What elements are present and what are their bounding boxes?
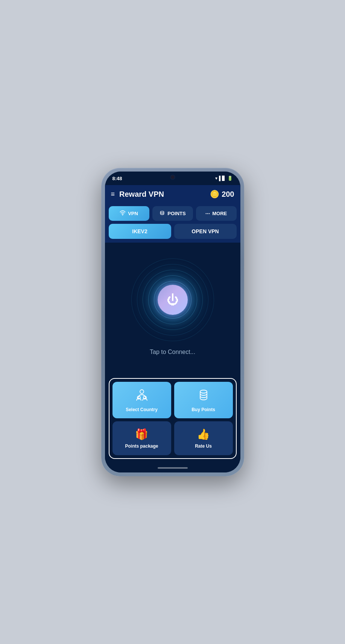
power-button[interactable]: ⏻ [158, 285, 188, 315]
tab-vpn[interactable]: VPN [109, 206, 149, 221]
select-country-label: Select Country [126, 407, 158, 412]
coin-icon: 🪙 [210, 190, 219, 199]
tab-vpn-label: VPN [128, 211, 138, 216]
svg-point-0 [122, 215, 123, 215]
bottom-grid-container: Select Country [105, 375, 240, 463]
select-country-button[interactable]: Select Country [112, 382, 171, 418]
svg-point-1 [161, 211, 164, 213]
app-title: Reward VPN [119, 190, 164, 199]
status-time: 8:48 [112, 176, 122, 181]
rate-us-button[interactable]: 👍 Rate Us [174, 421, 233, 455]
gift-icon: 🎁 [135, 428, 148, 440]
coins-tab-icon [159, 210, 165, 217]
rate-us-label: Rate Us [195, 444, 212, 449]
phone-frame: 8:48 ▾ ▌▊ 🔋 ≡ Reward VPN 🪙 200 [101, 168, 244, 476]
buy-points-label: Buy Points [191, 407, 215, 412]
svg-point-5 [200, 390, 207, 393]
tab-bar: VPN POINTS ··· MORE [105, 203, 240, 224]
protocol-bar: IKEV2 OPEN VPN [105, 224, 240, 243]
bottom-grid-border: Select Country [109, 378, 237, 459]
thumbsup-icon: 👍 [197, 428, 210, 440]
tab-more[interactable]: ··· MORE [196, 206, 237, 221]
openvpn-label: OPEN VPN [191, 228, 219, 234]
points-display: 🪙 200 [210, 190, 234, 199]
buy-points-button[interactable]: Buy Points [174, 382, 233, 418]
status-icons: ▾ ▌▊ 🔋 [215, 176, 233, 181]
vpn-main-area: ⏻ Tap to Connect... [105, 243, 240, 375]
tab-points-label: POINTS [167, 211, 185, 216]
wifi-status-icon: ▾ [215, 176, 217, 181]
menu-icon[interactable]: ≡ [111, 190, 115, 198]
power-symbol: ⏻ [167, 294, 179, 306]
phone-screen: 8:48 ▾ ▌▊ 🔋 ≡ Reward VPN 🪙 200 [105, 172, 240, 472]
power-ring-container[interactable]: ⏻ [131, 258, 214, 341]
app-header: ≡ Reward VPN 🪙 200 [105, 185, 240, 203]
tab-more-label: MORE [212, 211, 227, 216]
status-bar: 8:48 ▾ ▌▊ 🔋 [105, 172, 240, 185]
points-package-label: Points package [125, 444, 158, 449]
camera-notch [170, 175, 175, 180]
proto-openvpn[interactable]: OPEN VPN [174, 224, 237, 239]
signal-icon: ▌▊ [219, 176, 226, 181]
home-bar [158, 467, 188, 469]
more-icon: ··· [205, 210, 210, 217]
select-country-icon [135, 388, 149, 404]
app-screen: ≡ Reward VPN 🪙 200 [105, 185, 240, 472]
proto-ikev2[interactable]: IKEV2 [109, 224, 171, 239]
bottom-grid: Select Country [112, 382, 233, 455]
header-left: ≡ Reward VPN [111, 190, 164, 199]
tab-points[interactable]: POINTS [152, 206, 193, 221]
battery-icon: 🔋 [227, 176, 233, 181]
wifi-icon [120, 210, 126, 217]
points-value: 200 [222, 190, 234, 199]
svg-point-2 [140, 390, 144, 393]
home-indicator [105, 463, 240, 472]
ikev2-label: IKEV2 [132, 228, 147, 234]
tap-to-connect-text: Tap to Connect... [150, 349, 195, 355]
points-package-button[interactable]: 🎁 Points package [112, 421, 171, 455]
buy-points-icon [197, 388, 210, 404]
